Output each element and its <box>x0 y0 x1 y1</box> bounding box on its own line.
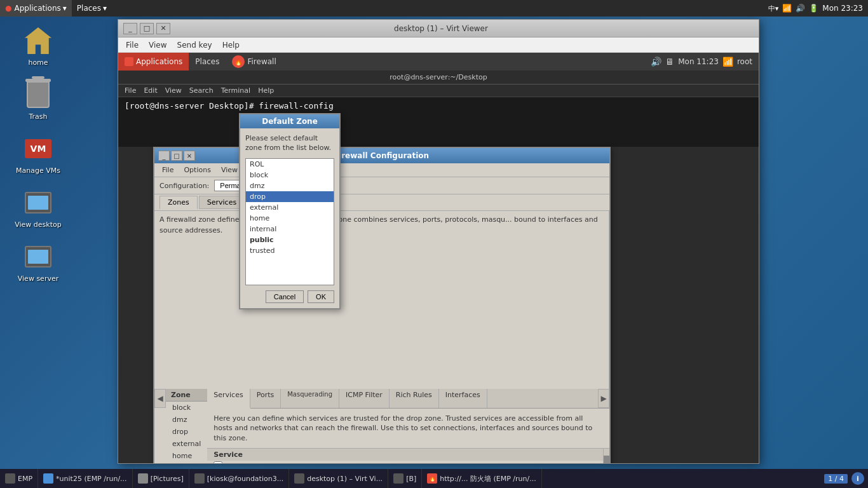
inner-apps-menu[interactable]: Applications <box>118 53 189 71</box>
vv-minimize-btn[interactable]: _ <box>123 23 137 34</box>
taskbar-virt-viewer[interactable]: desktop (1) – Virt Vi... <box>289 469 388 488</box>
fw-zone-home[interactable]: home <box>166 450 207 462</box>
dz-item-internal[interactable]: internal <box>246 224 334 234</box>
fw-config-label: Configuration: <box>159 182 209 190</box>
fw-zone-drop[interactable]: drop <box>166 426 207 438</box>
fw-nav-right-btn[interactable]: ▶ <box>598 389 609 408</box>
fw-zone-header: Zone <box>166 389 207 402</box>
term-edit-menu[interactable]: Edit <box>140 86 161 95</box>
vv-view-menu[interactable]: View <box>144 39 172 51</box>
fw-service-amanda: amanda-client <box>207 461 609 463</box>
taskbar-http[interactable]: 🔥 http://... 防火墙 (EMP /run/... <box>422 469 541 488</box>
taskbar-b[interactable]: [B] <box>388 469 422 488</box>
fw-tab-masq[interactable]: Masquerading <box>281 389 339 408</box>
desktop: ● Applications ▾ Places ▾ 中▾ 📶 🔊 🔋 Mon 2… <box>0 0 868 488</box>
fw-close-btn[interactable]: ✕ <box>184 151 195 161</box>
vv-maximize-btn[interactable]: □ <box>140 23 154 34</box>
view-server-icon[interactable]: View server <box>13 241 64 283</box>
zones-main-tab[interactable]: Zones <box>159 196 198 210</box>
taskbar-emp[interactable]: EMP <box>0 469 38 488</box>
taskbar-emp-icon <box>5 473 15 484</box>
virt-viewer-titlebar: _ □ ✕ desktop (1) – Virt Viewer <box>118 20 759 37</box>
dz-title: Default Zone <box>262 117 318 126</box>
dz-item-drop[interactable]: drop <box>246 191 334 202</box>
fw-services-list: amanda-client bacula bacula-client dhcp … <box>207 461 609 463</box>
fw-tab-services[interactable]: Services <box>207 389 250 409</box>
taskbar-unit25[interactable]: *unit25 (EMP /run/... <box>38 469 133 488</box>
dz-item-external[interactable]: external <box>246 202 334 213</box>
fw-nav-left-btn[interactable]: ◀ <box>154 389 166 408</box>
fw-tab-rich[interactable]: Rich Rules <box>390 389 439 408</box>
home-icon[interactable]: home <box>13 25 64 67</box>
fw-cb-amanda[interactable] <box>214 461 222 463</box>
inner-places-menu[interactable]: Places <box>189 53 226 71</box>
taskbar-kiosk[interactable]: [kiosk@foundation3... <box>189 469 289 488</box>
fw-zone-internal[interactable]: internal <box>166 462 207 463</box>
dz-item-home[interactable]: home <box>246 213 334 224</box>
firewall-icon: 🔥 <box>232 55 245 68</box>
term-terminal-menu[interactable]: Terminal <box>217 86 255 95</box>
inner-user: root <box>737 57 752 66</box>
vv-help-menu[interactable]: Help <box>217 39 245 51</box>
dz-body: Please select default zone from the list… <box>240 128 339 308</box>
taskbar-b-icon <box>393 473 403 484</box>
inner-volume-icon: 🔊 <box>651 57 661 67</box>
view-desktop-label: View desktop <box>15 220 61 229</box>
fw-minimize-btn[interactable]: _ <box>158 151 170 161</box>
fw-services-header: Service <box>207 449 609 461</box>
fw-main-content: ◀ Zone block dmz drop external home inte… <box>154 389 609 463</box>
services-main-tab[interactable]: Services <box>199 196 245 209</box>
inner-time: Mon 11:23 <box>678 57 719 66</box>
fw-tab-icmp[interactable]: ICMP Filter <box>339 389 390 408</box>
term-help-menu[interactable]: Help <box>254 86 278 95</box>
fw-tab-interfaces[interactable]: Interfaces <box>439 389 487 408</box>
vv-file-menu[interactable]: File <box>121 39 144 51</box>
battery-icon: 🔋 <box>809 4 818 13</box>
fw-options-menu[interactable]: Options <box>179 165 215 175</box>
terminal-titlebar: root@dns-server:~/Desktop <box>118 71 759 85</box>
trash-label: Trash <box>29 112 47 121</box>
dz-cancel-btn[interactable]: Cancel <box>266 290 304 303</box>
term-search-menu[interactable]: Search <box>186 86 217 95</box>
fw-zone-block[interactable]: block <box>166 402 207 414</box>
inner-firewall-menu[interactable]: 🔥 Firewall <box>226 53 282 71</box>
places-menu[interactable]: Places ▾ <box>72 0 112 17</box>
fw-service-tabs: Services Ports Masquerading ICMP Filter … <box>207 389 609 409</box>
taskbar-pictures[interactable]: [Pictures] <box>133 469 189 488</box>
vv-close-btn[interactable]: ✕ <box>156 23 170 34</box>
virt-viewer-window: _ □ ✕ desktop (1) – Virt Viewer File Vie… <box>118 19 759 464</box>
term-file-menu[interactable]: File <box>121 86 140 95</box>
info-icon: i <box>851 472 864 485</box>
vv-sendkey-menu[interactable]: Send key <box>172 39 217 51</box>
dz-item-dmz[interactable]: dmz <box>246 180 334 191</box>
taskbar-right: 1 / 4 i <box>824 472 868 485</box>
applications-menu[interactable]: ● Applications ▾ <box>0 0 72 17</box>
terminal-window: root@dns-server:~/Desktop File Edit View… <box>118 71 759 147</box>
trash-icon[interactable]: Trash <box>13 79 64 121</box>
taskbar-vv-icon <box>294 473 304 484</box>
fw-maximize-btn[interactable]: □ <box>171 151 182 161</box>
dz-item-rol[interactable]: ROL <box>246 159 334 170</box>
firewall-config-window: _ □ ✕ Firewall Configuration File Option… <box>153 147 611 463</box>
manage-vms-icon[interactable]: VM Manage VMs <box>13 133 64 175</box>
home-label: home <box>28 58 48 67</box>
terminal-content: [root@dns-server Desktop]# firewall-conf… <box>118 97 759 114</box>
inner-os-panel: Applications Places 🔥 Firewall 🔊 🖥 Mon 1… <box>118 53 759 71</box>
fw-titlebar: _ □ ✕ Firewall Configuration <box>154 148 609 163</box>
view-desktop-icon[interactable]: View desktop <box>13 187 64 229</box>
fw-zone-dmz[interactable]: dmz <box>166 414 207 426</box>
desktop-icons: home Trash VM Manage VMs View desktop Vi… <box>13 25 64 283</box>
fw-file-menu[interactable]: File <box>157 165 179 175</box>
fw-zone-external[interactable]: external <box>166 438 207 450</box>
vm-display: Applications Places 🔥 Firewall 🔊 🖥 Mon 1… <box>118 53 759 463</box>
dz-item-block[interactable]: block <box>246 170 334 180</box>
manage-vms-label: Manage VMs <box>16 166 60 175</box>
fw-left-panel: ◀ Zone block dmz drop external home inte… <box>154 389 207 463</box>
fw-tab-ports[interactable]: Ports <box>250 389 281 408</box>
dz-item-trusted[interactable]: trusted <box>246 245 334 256</box>
dz-ok-btn[interactable]: OK <box>308 290 334 303</box>
dz-item-public[interactable]: public <box>246 234 334 245</box>
taskbar-http-icon: 🔥 <box>427 473 437 484</box>
term-view-menu[interactable]: View <box>161 86 186 95</box>
dz-titlebar: Default Zone <box>240 114 339 128</box>
